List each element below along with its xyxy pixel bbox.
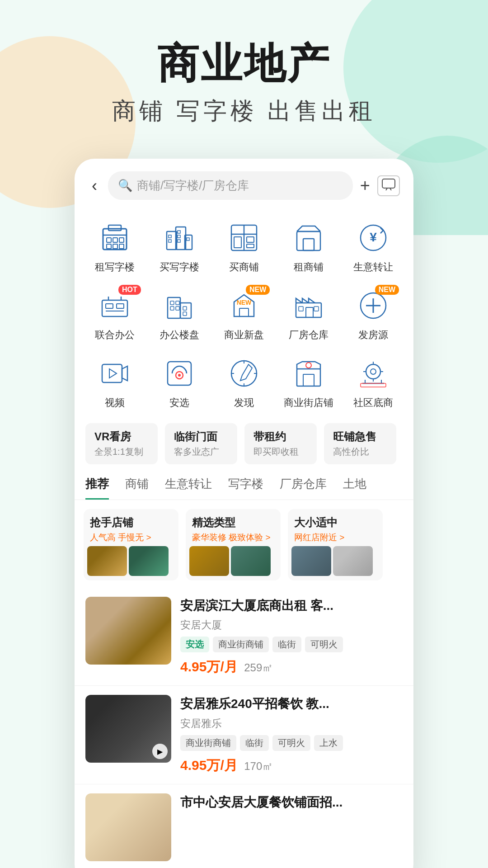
cat-buy-shop[interactable]: 买商铺 bbox=[213, 212, 276, 278]
cat-rent-office[interactable]: 租写字楼 bbox=[84, 212, 146, 278]
buy-shop-icon bbox=[226, 220, 262, 256]
feature-tag-lease[interactable]: 带租约 即买即收租 bbox=[244, 423, 317, 464]
svg-rect-48 bbox=[299, 307, 303, 311]
cat-buy-shop-label: 买商铺 bbox=[229, 260, 259, 274]
promo-card-grab-imgs bbox=[84, 546, 178, 580]
feature-tag-lease-title: 带租约 bbox=[253, 429, 308, 444]
video-icon bbox=[97, 355, 133, 392]
listing-item-3[interactable]: 市中心安居大厦餐饮铺面招... bbox=[75, 784, 413, 868]
cat-rent-shop-label: 租商铺 bbox=[294, 260, 324, 274]
svg-rect-23 bbox=[247, 237, 254, 242]
cat-discover[interactable]: 发现 bbox=[213, 348, 276, 414]
svg-rect-16 bbox=[178, 235, 180, 238]
listing-title-3: 市中心安居大厦餐饮铺面招... bbox=[180, 793, 403, 811]
promo-card-grab-title: 抢手店铺 bbox=[90, 515, 172, 530]
buy-office-icon bbox=[161, 220, 197, 256]
cat-factory[interactable]: 厂房仓库 bbox=[277, 280, 340, 346]
svg-rect-40 bbox=[170, 307, 174, 310]
cat-commercial-street[interactable]: 商业街店铺 bbox=[277, 348, 340, 414]
listing-price-1: 4.95万/月 bbox=[180, 659, 238, 674]
search-icon: 🔍 bbox=[118, 179, 132, 193]
svg-rect-8 bbox=[113, 244, 117, 249]
svg-rect-55 bbox=[168, 362, 191, 385]
listing-img-3 bbox=[85, 793, 171, 861]
factory-icon bbox=[291, 288, 327, 324]
listing-location-2: 安居雅乐 bbox=[180, 717, 403, 731]
tag-street-2: 临街 bbox=[240, 735, 269, 751]
promo-cards-row: 抢手店铺 人气高 手慢无 > 精选类型 豪华装修 极致体验 > 大小适中 网红店… bbox=[75, 500, 413, 588]
promo-card-size-sub: 网红店附近 > bbox=[294, 532, 376, 543]
svg-rect-64 bbox=[297, 369, 320, 386]
promo-card-grab[interactable]: 抢手店铺 人气高 手慢无 > bbox=[84, 509, 178, 580]
back-button[interactable]: ‹ bbox=[88, 175, 101, 197]
cat-rent-office-label: 租写字楼 bbox=[95, 260, 135, 274]
cat-community-shop[interactable]: 社区底商 bbox=[342, 348, 404, 414]
feature-tag-vr[interactable]: VR看房 全景1:1复制 bbox=[85, 423, 158, 464]
feature-tag-street[interactable]: 临街门面 客多业态广 bbox=[165, 423, 237, 464]
feature-tag-street-sub: 客多业态广 bbox=[174, 446, 228, 458]
tab-shop[interactable]: 商铺 bbox=[125, 476, 149, 500]
message-button[interactable] bbox=[377, 175, 400, 196]
listing-item-2[interactable]: ▶ 安居雅乐240平招餐饮 教... 安居雅乐 商业街商铺 临街 可明火 上水 … bbox=[75, 686, 413, 784]
search-bar-row: ‹ 🔍 商铺/写字楼/厂房仓库 + bbox=[75, 159, 413, 208]
listing-item-1[interactable]: 安居滨江大厦底商出租 客... 安居大厦 安选 商业街商铺 临街 可明火 4.9… bbox=[75, 588, 413, 686]
listing-area-1: 259㎡ bbox=[244, 661, 273, 674]
svg-rect-0 bbox=[382, 179, 395, 188]
tab-land[interactable]: 土地 bbox=[343, 476, 366, 500]
tag-upper-water: 上水 bbox=[314, 735, 343, 751]
promo-card-grab-sub: 人气高 手慢无 > bbox=[90, 532, 172, 543]
tag-commercial-street-shop: 商业街商铺 bbox=[213, 637, 269, 652]
svg-rect-4 bbox=[107, 238, 111, 242]
tab-business-transfer[interactable]: 生意转让 bbox=[165, 476, 212, 500]
an-select-icon bbox=[161, 355, 197, 392]
cat-commercial-street-label: 商业街店铺 bbox=[284, 396, 333, 410]
feature-tag-street-title: 临街门面 bbox=[174, 429, 228, 444]
svg-rect-41 bbox=[176, 307, 179, 310]
cat-an-select-label: 安选 bbox=[169, 396, 189, 410]
promo-img-3 bbox=[189, 546, 229, 576]
promo-img-5 bbox=[291, 546, 331, 576]
cat-commercial-new[interactable]: NEW NEW 商业新盘 bbox=[213, 280, 276, 346]
listing-price-row-1: 4.95万/月 259㎡ bbox=[180, 658, 403, 676]
cat-office-complex[interactable]: 办公楼盘 bbox=[148, 280, 211, 346]
listing-info-3: 市中心安居大厦餐饮铺面招... bbox=[180, 793, 403, 861]
promo-img-2 bbox=[129, 546, 169, 576]
cat-rent-shop[interactable]: 租商铺 bbox=[277, 212, 340, 278]
listing-img-1 bbox=[85, 597, 171, 665]
community-shop-icon bbox=[355, 355, 391, 392]
tab-office[interactable]: 写字楼 bbox=[228, 476, 263, 500]
cat-an-select[interactable]: 安选 bbox=[148, 348, 211, 414]
feature-tag-lease-sub: 即买即收租 bbox=[253, 446, 308, 458]
svg-rect-38 bbox=[170, 301, 174, 305]
promo-card-selected[interactable]: 精选类型 豪华装修 极致体验 > bbox=[186, 509, 281, 580]
listing-thumb-2: ▶ bbox=[85, 695, 171, 763]
hero-section: 商业地产 商铺 写字楼 出售出租 bbox=[0, 0, 488, 145]
promo-card-size[interactable]: 大小适中 网红店附近 > bbox=[288, 509, 383, 580]
promo-card-size-title: 大小适中 bbox=[294, 515, 376, 530]
tag-open-fire: 可明火 bbox=[305, 637, 343, 652]
listing-location-1: 安居大厦 bbox=[180, 618, 403, 632]
svg-rect-13 bbox=[169, 235, 171, 238]
promo-img-6 bbox=[333, 546, 373, 576]
badge-hot: HOT bbox=[118, 285, 141, 295]
svg-rect-22 bbox=[234, 237, 241, 248]
cat-buy-office[interactable]: 买写字楼 bbox=[148, 212, 211, 278]
plus-button[interactable]: + bbox=[360, 176, 370, 195]
listing-tags-2: 商业街商铺 临街 可明火 上水 bbox=[180, 735, 403, 751]
cat-coworking[interactable]: HOT 联合办公 bbox=[84, 280, 146, 346]
listing-tags-1: 安选 商业街商铺 临街 可明火 bbox=[180, 637, 403, 652]
svg-text:NEW: NEW bbox=[237, 299, 252, 306]
tag-an-select: 安选 bbox=[180, 637, 209, 652]
cat-business-transfer[interactable]: ¥ 生意转让 bbox=[342, 212, 404, 278]
cat-video[interactable]: 视频 bbox=[84, 348, 146, 414]
promo-card-size-imgs bbox=[288, 546, 383, 580]
feature-tag-hot-shop[interactable]: 旺铺急售 高性价比 bbox=[324, 423, 396, 464]
cat-post-source[interactable]: NEW 发房源 bbox=[342, 280, 404, 346]
svg-rect-49 bbox=[314, 307, 319, 311]
tab-factory[interactable]: 厂房仓库 bbox=[280, 476, 327, 500]
svg-rect-53 bbox=[102, 364, 122, 382]
promo-img-1 bbox=[87, 546, 127, 576]
tab-recommend[interactable]: 推荐 bbox=[85, 476, 109, 500]
listing-thumb-1 bbox=[85, 597, 171, 665]
search-bar[interactable]: 🔍 商铺/写字楼/厂房仓库 bbox=[108, 171, 353, 200]
